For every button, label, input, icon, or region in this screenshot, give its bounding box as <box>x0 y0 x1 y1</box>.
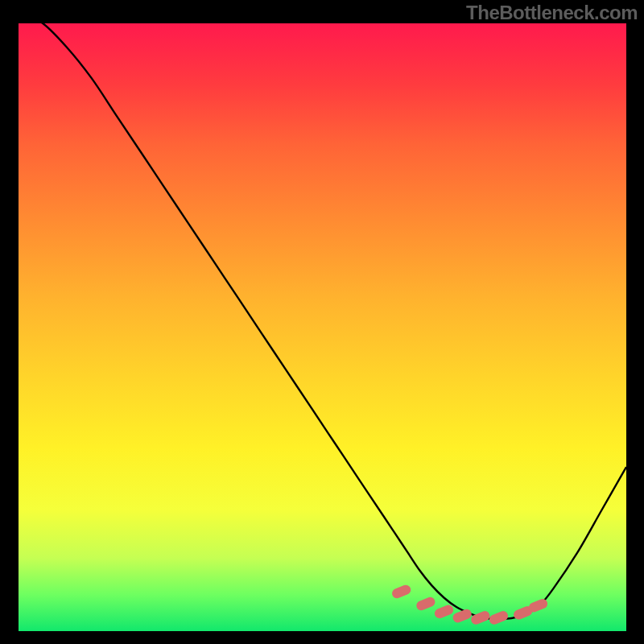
fit-dot <box>488 609 510 625</box>
bottleneck-curve <box>19 11 626 619</box>
fit-dot <box>469 609 491 625</box>
chart-stage: TheBottleneck.com <box>0 0 644 644</box>
fit-dot <box>415 596 436 612</box>
fit-dot <box>433 604 455 620</box>
plot-area <box>19 23 626 631</box>
curve-svg <box>19 23 626 631</box>
fit-dot <box>390 584 412 600</box>
fit-markers <box>390 584 549 626</box>
watermark-text: TheBottleneck.com <box>466 2 638 24</box>
